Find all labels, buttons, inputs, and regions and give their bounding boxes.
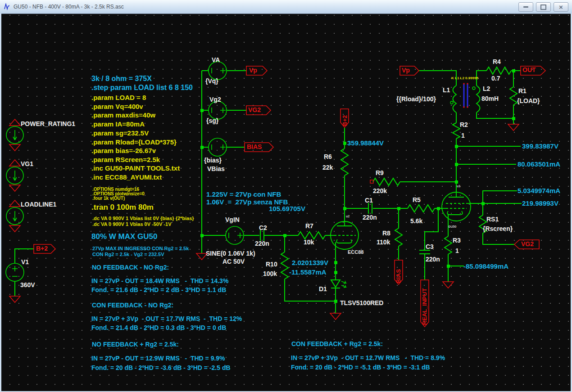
flag-text-out[interactable]: OUT: [522, 67, 536, 73]
component-value[interactable]: {Rscreen}: [483, 225, 513, 232]
component-label[interactable]: R5: [413, 197, 421, 203]
spice-directive[interactable]: .four 1k v(OUT): [92, 196, 125, 201]
annotation[interactable]: CON Rg2 = 2.5k - Vg2 = 232.5V: [92, 252, 164, 257]
component-label[interactable]: D1: [319, 286, 327, 293]
component-label[interactable]: R7: [305, 223, 313, 230]
annotation[interactable]: 1.225V = 27Vp con NFB: [206, 191, 281, 198]
result-line[interactable]: IN = 27vP - OUT = 12.9W RMS - THD = 9.9%: [91, 355, 225, 362]
node-value[interactable]: 80.063501mA: [518, 161, 560, 168]
component-label[interactable]: RS1: [486, 216, 499, 223]
source-value[interactable]: SINE(0 1.06V 1k): [206, 250, 255, 257]
component-value[interactable]: {{Rload}/100}: [396, 96, 436, 103]
flag-text-vp[interactable]: Vp: [402, 67, 410, 74]
annotation[interactable]: 1.06V = 27Vp senza NFB: [206, 198, 288, 206]
source-label[interactable]: VgIN: [225, 216, 240, 223]
spice-directive[interactable]: .dc VA 0 900V 1 Vbias 0V -50V -1V: [92, 221, 171, 227]
titlebar[interactable]: GU50 - NFB - 400V - 80mA - 3k - 2.5k RS.…: [0, 0, 572, 14]
spice-directive[interactable]: .param LOAD = 8: [91, 94, 146, 102]
component-label[interactable]: R4: [493, 59, 501, 65]
source-label[interactable]: Vg2: [209, 96, 221, 103]
flag-text-bias[interactable]: BIAS: [247, 144, 262, 150]
component-value[interactable]: 220n: [426, 256, 440, 263]
result-line[interactable]: Fond. = 21.6 dB - 2ºHD = 2 dB - 3ºHD = 1…: [91, 287, 226, 293]
component-value[interactable]: 0.7: [491, 75, 500, 82]
node-value[interactable]: 105.69705V: [269, 205, 305, 213]
spice-directive[interactable]: .param RScreen=2.5k: [91, 156, 160, 164]
component-label[interactable]: R6: [324, 153, 332, 160]
flag-text-b2[interactable]: B+2: [36, 245, 48, 252]
spice-directive[interactable]: .inc ECC88_AYUMI.txt: [91, 174, 162, 181]
result-title[interactable]: CON FEEDBACK + Rg2 = 2.5k:: [291, 341, 383, 347]
component-label[interactable]: L1: [443, 87, 450, 94]
flag-text-vp[interactable]: Vp: [249, 67, 257, 74]
component-value[interactable]: 1: [455, 248, 459, 254]
component-value[interactable]: 100k: [263, 270, 277, 277]
source-label[interactable]: V1: [21, 259, 29, 266]
flag-text-vg2[interactable]: VG2: [521, 241, 534, 248]
coupling-directive[interactable]: K L1 L2 0.99995: [451, 77, 478, 81]
component-value[interactable]: 5.6k: [410, 218, 422, 225]
source-value[interactable]: AC 50V: [222, 258, 245, 265]
spice-directive[interactable]: .inc GU50-PAINT TOOLS.txt: [91, 165, 180, 172]
tube-type[interactable]: ECC88: [348, 249, 363, 255]
node-value[interactable]: 219.98993V: [522, 200, 558, 207]
spice-directive[interactable]: .param Vq=400v: [91, 103, 143, 111]
component-value[interactable]: 110k: [377, 239, 390, 246]
source-value[interactable]: {bias}: [204, 157, 222, 164]
component-label[interactable]: R3: [453, 237, 461, 244]
source-value[interactable]: {sg}: [206, 117, 218, 124]
result-title[interactable]: NO FEEDBACK - NO Rg2:: [92, 264, 169, 271]
component-label[interactable]: R1: [518, 88, 527, 95]
flag-text-vg2[interactable]: VG2: [248, 107, 261, 113]
spice-directive[interactable]: .param Rload={LOAD*375}: [91, 139, 177, 146]
result-title[interactable]: NO FEEDBACK + Rg2 = 2.5k:: [92, 341, 179, 348]
component-label[interactable]: R2: [460, 122, 468, 128]
component-value[interactable]: 80mH: [481, 95, 499, 102]
node-value[interactable]: -11.5587mA: [289, 269, 327, 276]
flag-text-real-input[interactable]: REAL_INPUT: [422, 288, 428, 325]
spice-directive[interactable]: .param bias=-26.67v: [91, 147, 156, 155]
spice-directive[interactable]: .tran 0 100m 80m: [91, 203, 154, 212]
source-label[interactable]: LOADLINE1: [21, 201, 56, 208]
source-value[interactable]: 360V: [20, 282, 35, 288]
flag-text-bias-vertical[interactable]: BIAS: [395, 269, 402, 283]
minimize-button[interactable]: [518, 2, 533, 12]
component-label[interactable]: R9: [376, 170, 384, 176]
annotation[interactable]: 80% W MAX GU50: [91, 233, 157, 241]
source-label[interactable]: POWER_RATING1: [21, 121, 75, 127]
result-line[interactable]: IN = 27vP - OUT = 18.4W RMS - THD = 14.3…: [91, 278, 228, 284]
source-label[interactable]: VA: [212, 57, 220, 63]
source-label[interactable]: VBias: [207, 166, 225, 172]
result-title[interactable]: CON FEEDBACK - NO Rg2:: [92, 302, 173, 309]
node-value[interactable]: 359.98844V: [347, 140, 384, 147]
component-value[interactable]: 220n: [363, 214, 377, 221]
source-label[interactable]: VG1: [21, 161, 33, 167]
component-value[interactable]: {LOAD}: [517, 98, 540, 104]
result-line[interactable]: Fond. = 21.4 dB - 2ºHD = 0.3 dB - 3ºHD =…: [91, 324, 226, 331]
component-value[interactable]: 220k: [373, 188, 387, 194]
node-value[interactable]: 2.0201339V: [292, 259, 328, 267]
result-line[interactable]: IN = 27vP + 3Vp - OUT = 12.7W RMS - THD …: [291, 355, 445, 361]
result-line[interactable]: Fond. = 20 dB - 2ºHD = -5.1 dB - 3ºHD = …: [291, 364, 430, 371]
spice-directive[interactable]: .param maxdis=40w: [91, 112, 155, 119]
annotation[interactable]: 27Vp MAX IN INGRESSO CON Rg2 = 2.5k: [92, 246, 189, 251]
flag-text-b2-vertical[interactable]: B+2: [342, 115, 348, 126]
node-value[interactable]: 399.83987V: [522, 143, 558, 150]
component-label[interactable]: R10: [266, 261, 277, 268]
source-value[interactable]: {Vq}: [205, 78, 218, 85]
component-label[interactable]: R8: [382, 230, 390, 237]
spice-directive[interactable]: .param sg=232.5V: [91, 130, 149, 137]
node-value[interactable]: 5.0349974mA: [518, 187, 560, 195]
component-value[interactable]: 220n: [255, 240, 269, 247]
component-label[interactable]: C1: [365, 197, 373, 204]
component-value[interactable]: 10k: [304, 239, 314, 246]
node-value[interactable]: -85.098499mA: [463, 263, 508, 270]
annotation[interactable]: 3k / 8 ohm = 375X: [91, 75, 152, 83]
close-button[interactable]: ×: [554, 2, 568, 12]
result-line[interactable]: Fond. = 20 dB - 2ºHD = -3.6 dB - 3ºHD = …: [91, 365, 231, 371]
component-label[interactable]: L2: [483, 86, 490, 92]
component-label[interactable]: C3: [426, 243, 434, 250]
spice-directive[interactable]: .dc VA 0 900V 1 Vbias list 0V {bias} {2*…: [92, 216, 194, 221]
component-value[interactable]: 22k: [322, 164, 333, 171]
component-value[interactable]: 1: [461, 132, 465, 139]
